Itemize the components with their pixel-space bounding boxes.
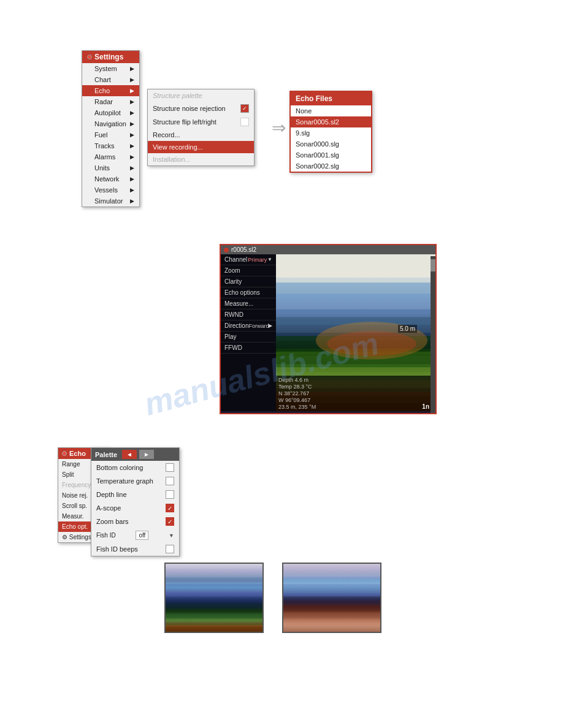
playback-content: Channel Primary ▼ Primary Downscan Sides… [221, 254, 435, 411]
channel-label: Channel [224, 256, 247, 263]
info-temp: Temp 28.3 °C [278, 384, 433, 390]
uncheck-icon [240, 118, 249, 126]
svg-point-10 [327, 331, 416, 356]
playback-info-bar: Depth 4.6 m Temp 28.3 °C N 38°22.767 W 9… [276, 376, 435, 411]
clarity-row[interactable]: Clarity [221, 276, 276, 287]
pal-depth-line[interactable]: Depth line [91, 488, 179, 501]
rwnd-row[interactable]: RWND [221, 309, 276, 320]
submenu-view-recording[interactable]: View recording... [148, 141, 254, 153]
arrow-icon: ▶ [130, 132, 134, 138]
menu-item-navigation[interactable]: Navigation ▶ [82, 118, 139, 129]
echo-files-title: Echo Files [291, 92, 371, 105]
pal-check-temp [166, 477, 174, 485]
arrow-icon: ▶ [130, 176, 134, 182]
arrow-icon: ▶ [130, 143, 134, 149]
ffwd-row[interactable]: FFWD [221, 343, 276, 354]
menu-item-alarms[interactable]: Alarms ▶ [82, 151, 139, 162]
pal-bottom-coloring[interactable]: Bottom coloring [91, 461, 179, 474]
svg-rect-2 [276, 309, 435, 317]
zoom-row[interactable]: Zoom [221, 265, 276, 276]
playback-title: r0005.sl2 [231, 246, 256, 253]
arrow-icon: ▶ [130, 110, 134, 116]
scrollbar[interactable] [431, 256, 435, 413]
pal-fish-id-row[interactable]: Fish ID off ▼ [91, 528, 179, 542]
page-indicator: 1n [422, 403, 429, 410]
palette-submenu: Palette ◄ ► Bottom coloring Temperature … [91, 447, 180, 556]
arrow-icon: ▶ [130, 77, 134, 83]
echo-options-label: Echo options [224, 289, 260, 296]
echo-submenu: Structure palette Structure noise reject… [147, 89, 255, 166]
menu-item-system[interactable]: System ▶ [82, 63, 139, 74]
pal-ascope[interactable]: A-scope ✓ [91, 501, 179, 515]
pal-temp-graph[interactable]: Temperature graph [91, 474, 179, 488]
menu-item-fuel[interactable]: Fuel ▶ [82, 129, 139, 140]
direction-value: Forward [248, 323, 269, 329]
info-pos: 23.5 m, 235 °M [278, 404, 433, 410]
measure-label: Measure... [224, 300, 253, 307]
menu-item-units[interactable]: Units ▶ [82, 162, 139, 173]
eo-dot [62, 451, 67, 456]
arrow-icon: ▶ [130, 198, 134, 204]
menu-item-network[interactable]: Network ▶ [82, 173, 139, 184]
sonar-left-overlay [166, 564, 262, 632]
svg-rect-13 [166, 584, 262, 597]
sonar-bg-left [166, 564, 262, 632]
arrow-icon: ▶ [130, 66, 134, 72]
menu-item-chart[interactable]: Chart ▶ [82, 74, 139, 85]
info-depth: Depth 4.6 m [278, 377, 433, 383]
svg-rect-22 [283, 584, 380, 597]
channel-row[interactable]: Channel Primary ▼ [221, 254, 276, 265]
play-row[interactable]: Play [221, 332, 276, 343]
playback-window: r0005.sl2 Channel Primary ▼ Primary Down… [220, 244, 437, 414]
pal-zoom-bars[interactable]: Zoom bars ✓ [91, 515, 179, 528]
svg-rect-11 [166, 564, 262, 577]
submenu-flip-left-right[interactable]: Structure flip left/right [148, 115, 254, 129]
playback-sidebar: Channel Primary ▼ Primary Downscan Sides… [221, 254, 276, 411]
dropdown-icon: ▼ [267, 257, 272, 262]
echo-options-row[interactable]: Echo options [221, 287, 276, 298]
palette-title: Palette ◄ ► [91, 448, 179, 461]
playback-titlebar: r0005.sl2 [221, 245, 435, 254]
info-w: W 96°09.467 [278, 397, 433, 403]
file-item-9slg[interactable]: 9.slg [291, 127, 371, 138]
pal-check-beeps [166, 545, 174, 553]
submenu-structure-palette[interactable]: Structure palette [148, 89, 254, 102]
pal-fish-id-beeps[interactable]: Fish ID beeps [91, 542, 179, 556]
scrollbar-thumb[interactable] [431, 259, 435, 271]
submenu-noise-rejection[interactable]: Structure noise rejection ✓ [148, 102, 254, 115]
menu-item-radar[interactable]: Radar ▶ [82, 96, 139, 107]
menu-item-autopilot[interactable]: Autopilot ▶ [82, 107, 139, 118]
zoom-label: Zoom [224, 267, 240, 274]
palette-btn-right[interactable]: ► [139, 450, 154, 459]
file-item-sonar0001[interactable]: Sonar0001.slg [291, 150, 371, 161]
arrow-icon: ▶ [130, 121, 134, 127]
menu-item-echo[interactable]: Echo ▶ [82, 85, 139, 96]
rwnd-label: RWND [224, 311, 243, 318]
submenu-record[interactable]: Record... [148, 129, 254, 141]
arrow-icon: ▶ [130, 187, 134, 193]
menu-item-vessels[interactable]: Vessels ▶ [82, 184, 139, 195]
palette-btn-left[interactable]: ◄ [122, 450, 137, 459]
file-item-sonar0002[interactable]: Sonar0002.slg [291, 161, 371, 172]
menu-item-tracks[interactable]: Tracks ▶ [82, 140, 139, 151]
direction-row[interactable]: Direction Forward ▶ [221, 320, 276, 332]
check-icon: ✓ [240, 104, 249, 113]
svg-rect-27 [283, 624, 380, 632]
depth-label: 5.0 m [398, 325, 417, 333]
fish-id-arrow: ▼ [169, 533, 174, 539]
file-item-sonar0000[interactable]: Sonar0000.slg [291, 138, 371, 150]
arrow-icon: ▶ [130, 99, 134, 105]
svg-rect-19 [166, 625, 262, 632]
menu-item-simulator[interactable]: Simulator ▶ [82, 195, 139, 207]
menu-dot [87, 55, 92, 59]
file-item-sonar0005[interactable]: Sonar0005.sl2 [291, 116, 371, 127]
submenu-installation[interactable]: Installation... [148, 153, 254, 165]
sonar-display: 5.0 m Depth 4.6 m Temp 28.3 °C N 38°22.7… [276, 254, 435, 411]
arrow-icon: ▶ [130, 154, 134, 160]
file-item-none[interactable]: None [291, 105, 371, 116]
arrow-icon: ▶ [130, 88, 134, 94]
clarity-label: Clarity [224, 278, 242, 285]
fish-id-value[interactable]: off [136, 531, 148, 540]
measure-row[interactable]: Measure... [221, 298, 276, 309]
ffwd-label: FFWD [224, 344, 242, 351]
